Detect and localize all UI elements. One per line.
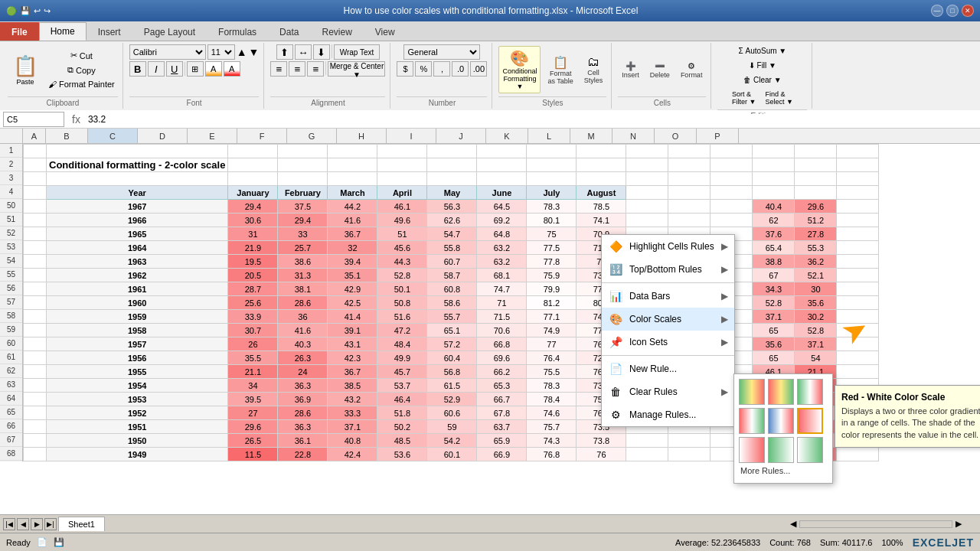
decrease-font-btn[interactable]: ▼ bbox=[249, 46, 260, 58]
cell[interactable]: 40.4 bbox=[753, 200, 795, 214]
cell-styles-button[interactable]: 🗂 CellStyles bbox=[580, 53, 607, 86]
cell-data[interactable]: 52.9 bbox=[427, 393, 477, 406]
cell-header-april[interactable]: April bbox=[377, 186, 427, 200]
cell[interactable] bbox=[753, 145, 795, 158]
cell[interactable] bbox=[795, 172, 837, 186]
cell-data[interactable]: 36.7 bbox=[328, 227, 377, 241]
font-size-select[interactable]: 11 bbox=[207, 44, 235, 60]
cs-green-yellow-red[interactable] bbox=[739, 379, 765, 405]
cell-data[interactable]: 22.8 bbox=[278, 448, 328, 461]
cell-data[interactable]: 66.2 bbox=[477, 365, 527, 379]
cell[interactable] bbox=[626, 145, 668, 158]
menu-item-highlight-cells[interactable]: 🔶 Highlight Cells Rules ▶ bbox=[602, 235, 734, 258]
cell[interactable]: 67 bbox=[753, 269, 795, 282]
cell-data[interactable]: 19.5 bbox=[228, 255, 278, 269]
tab-page-layout[interactable]: Page Layout bbox=[132, 22, 207, 41]
cell-data[interactable]: 76.4 bbox=[527, 351, 577, 365]
cell[interactable] bbox=[24, 214, 47, 227]
cell[interactable] bbox=[328, 158, 377, 172]
menu-item-color-scales[interactable]: 🎨 Color Scales ▶ bbox=[602, 308, 734, 331]
cell-data[interactable]: 66.9 bbox=[477, 448, 527, 461]
cell-header-february[interactable]: February bbox=[278, 186, 328, 200]
cell-data[interactable]: 33.3 bbox=[328, 406, 377, 420]
font-name-select[interactable]: Calibri bbox=[129, 44, 206, 60]
cs-green-white-red[interactable] bbox=[797, 379, 823, 405]
col-header-D[interactable]: D bbox=[138, 129, 188, 143]
cell-data[interactable]: 36 bbox=[278, 310, 328, 324]
cell-header-august[interactable]: August bbox=[577, 186, 626, 200]
cell[interactable] bbox=[24, 282, 47, 296]
tab-file[interactable]: File bbox=[0, 22, 39, 41]
decrease-decimal-btn[interactable]: .00 bbox=[470, 61, 487, 77]
cell-data[interactable]: 40.8 bbox=[328, 434, 377, 448]
menu-item-new-rule[interactable]: 📄 New Rule... bbox=[602, 357, 734, 380]
cell[interactable] bbox=[328, 172, 377, 186]
align-bottom-btn[interactable]: ⬇ bbox=[313, 44, 330, 60]
cell-data[interactable]: 26.5 bbox=[228, 434, 278, 448]
cell-data[interactable]: 46.1 bbox=[377, 200, 427, 214]
cell-data[interactable]: 55.7 bbox=[427, 310, 477, 324]
menu-item-data-bars[interactable]: 📊 Data Bars ▶ bbox=[602, 285, 734, 308]
cell-data[interactable]: 69.6 bbox=[477, 351, 527, 365]
cell[interactable] bbox=[377, 145, 427, 158]
cell-data[interactable]: 66.7 bbox=[477, 393, 527, 406]
cell[interactable] bbox=[527, 158, 577, 172]
cell-data[interactable]: 40.3 bbox=[278, 337, 328, 351]
cell-data[interactable]: 41.6 bbox=[328, 214, 377, 227]
cell[interactable] bbox=[577, 145, 626, 158]
cell-data[interactable]: 43.2 bbox=[328, 393, 377, 406]
cell[interactable]: 30 bbox=[795, 282, 837, 296]
close-btn[interactable]: ✕ bbox=[962, 5, 974, 17]
cell[interactable] bbox=[24, 145, 47, 158]
cell-data[interactable]: 52.8 bbox=[377, 269, 427, 282]
cell-year[interactable]: 1950 bbox=[47, 434, 228, 448]
cell-data[interactable]: 74.3 bbox=[527, 434, 577, 448]
cell-data[interactable]: 76 bbox=[577, 448, 626, 461]
cell-data[interactable]: 63.2 bbox=[477, 241, 527, 255]
cell[interactable]: 54 bbox=[795, 351, 837, 365]
scroll-right-btn[interactable]: ▶ bbox=[956, 519, 962, 529]
col-header-I[interactable]: I bbox=[387, 129, 436, 143]
align-middle-btn[interactable]: ↔ bbox=[295, 44, 312, 60]
fill-color-button[interactable]: A bbox=[205, 61, 222, 77]
cell[interactable]: 37.6 bbox=[753, 227, 795, 241]
cell-header-july[interactable]: July bbox=[527, 186, 577, 200]
cell-year[interactable]: 1954 bbox=[47, 379, 228, 393]
cell[interactable]: 52.8 bbox=[795, 324, 837, 337]
cell-data[interactable]: 29.4 bbox=[278, 214, 328, 227]
cell[interactable]: 30.2 bbox=[795, 310, 837, 324]
cell[interactable] bbox=[710, 186, 753, 200]
sheet-nav-last[interactable]: ▶| bbox=[44, 518, 57, 530]
cell[interactable] bbox=[24, 310, 47, 324]
cell[interactable] bbox=[837, 296, 879, 310]
cell-data[interactable]: 26.3 bbox=[278, 351, 328, 365]
cell[interactable] bbox=[710, 172, 753, 186]
cell-data[interactable]: 63.2 bbox=[477, 255, 527, 269]
cell-data[interactable]: 53.6 bbox=[377, 448, 427, 461]
cell-data[interactable]: 42.3 bbox=[328, 351, 377, 365]
cell[interactable] bbox=[710, 145, 753, 158]
number-format-select[interactable]: General bbox=[403, 44, 480, 60]
cell-data[interactable]: 51.6 bbox=[377, 310, 427, 324]
cell-year[interactable]: 1966 bbox=[47, 214, 228, 227]
cell[interactable]: 65 bbox=[753, 351, 795, 365]
cell-year[interactable]: 1967 bbox=[47, 200, 228, 214]
cell-data[interactable]: 45.7 bbox=[377, 365, 427, 379]
cell-data[interactable]: 38.6 bbox=[278, 255, 328, 269]
italic-button[interactable]: I bbox=[148, 61, 165, 77]
col-header-K[interactable]: K bbox=[486, 129, 528, 143]
col-header-L[interactable]: L bbox=[528, 129, 570, 143]
cell-data[interactable]: 70.6 bbox=[477, 324, 527, 337]
paste-button[interactable]: 📋 Paste bbox=[8, 52, 43, 88]
cell[interactable] bbox=[24, 420, 47, 434]
cell-data[interactable]: 68.1 bbox=[477, 269, 527, 282]
col-header-P[interactable]: P bbox=[697, 129, 739, 143]
cell-data[interactable]: 39.4 bbox=[328, 255, 377, 269]
sort-filter-button[interactable]: Sort &Filter ▼ bbox=[728, 88, 760, 108]
cell-data[interactable]: 21.9 bbox=[228, 241, 278, 255]
cell-data[interactable]: 50.1 bbox=[377, 282, 427, 296]
wrap-text-btn[interactable]: Wrap Text bbox=[334, 44, 380, 60]
cell-data[interactable]: 41.4 bbox=[328, 310, 377, 324]
tab-view[interactable]: View bbox=[364, 22, 407, 41]
tab-review[interactable]: Review bbox=[310, 22, 363, 41]
